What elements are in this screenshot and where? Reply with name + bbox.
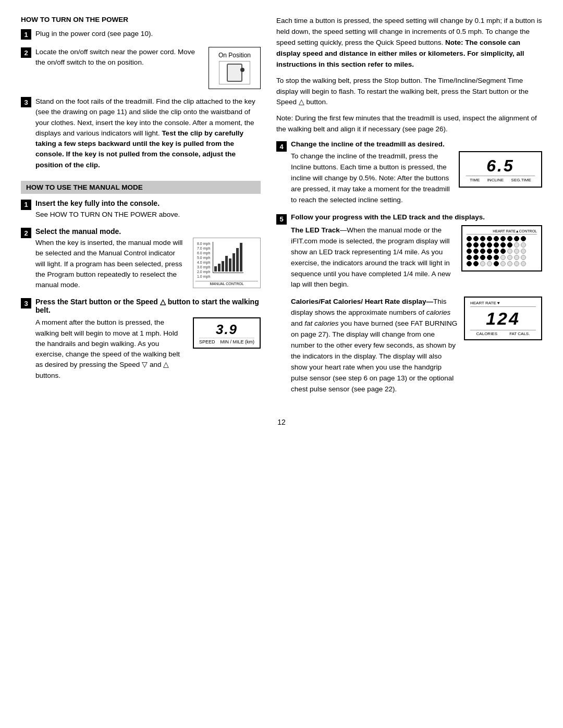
led-dot (480, 242, 485, 248)
manual-step3-content: Press the Start button or the Speed △ bu… (35, 298, 261, 381)
manual-step2-title: Select the manual mode. (35, 227, 261, 236)
right-para2: To stop the walking belt, press the Stop… (276, 76, 542, 108)
led-dot (514, 261, 519, 266)
led-dot (500, 261, 506, 266)
heart-rate-value: 124 (470, 309, 536, 329)
step3-content: Stand on the foot rails of the treadmill… (35, 96, 261, 170)
led-dot (487, 242, 492, 248)
step1-block: 1 Plug in the power cord (see page 10). (21, 29, 261, 40)
led-dot (494, 249, 499, 254)
led-dot (480, 261, 485, 266)
incline-label-time: TIME (470, 178, 480, 182)
speed-value: 3.9 (199, 322, 254, 338)
led-dot (521, 242, 526, 248)
led-track-display: HEART RATE▲CONTROL (461, 225, 542, 272)
led-dot (507, 255, 512, 260)
led-dot (467, 255, 472, 260)
step5-content: Follow your progress with the LED track … (291, 213, 542, 395)
step4-number: 4 (276, 141, 287, 152)
right-para1: Each time a button is pressed, the speed… (276, 16, 542, 70)
led-dot (473, 261, 479, 266)
and-text: and (291, 319, 303, 327)
led-dot (473, 242, 479, 248)
step1-text: Plug in the power cord (see page 10). (35, 29, 261, 39)
led-row-2 (467, 242, 537, 248)
led-header: HEART RATE▲CONTROL (467, 229, 537, 235)
step2-number: 2 (21, 47, 31, 58)
step2-block: 2 Locate the on/off switch near the powe… (21, 47, 261, 89)
led-dot (521, 261, 526, 266)
incline-display: 6.5 TIME INCLINE SEG.TIME (459, 151, 542, 188)
led-dot (514, 255, 519, 260)
led-dot (494, 242, 499, 248)
heart-rate-header-text: HEART RATE ♥ (470, 301, 500, 305)
led-dot (467, 242, 472, 248)
manual-step1-title: Insert the key fully into the console. (35, 199, 261, 207)
led-dot (473, 249, 479, 254)
led-dot (514, 249, 519, 254)
led-dot (487, 236, 492, 241)
led-row-5 (467, 261, 537, 266)
led-dot (507, 242, 512, 248)
step1-content: Plug in the power cord (see page 10). (35, 29, 261, 39)
step1-number: 1 (21, 29, 31, 40)
fat-cals-label: FAT CALS. (509, 331, 530, 336)
led-track-text: The LED Track—When the manual mode or th… (291, 225, 455, 291)
led-dot (473, 255, 479, 260)
step5-title: Follow your progress with the LED track … (291, 213, 542, 221)
led-dot (467, 261, 472, 266)
step2-text: Locate the on/off switch near the power … (35, 47, 202, 68)
manual-step2-text: When the key is inserted, the manual mod… (35, 238, 187, 290)
manual-step1-block: 1 Insert the key fully into the console.… (21, 199, 261, 220)
led-dot (480, 255, 485, 260)
led-row-1 (467, 236, 537, 241)
led-row-3 (467, 249, 537, 254)
step4-text: To change the incline of the treadmill, … (291, 151, 452, 206)
manual-control-label: MANUAL CONTROL (195, 281, 258, 286)
led-dot (521, 236, 526, 241)
led-dot (480, 236, 485, 241)
section1-header: HOW TO TURN ON THE POWER (21, 16, 261, 23)
speed-label-speed: SPEED (199, 339, 215, 344)
step2-content: Locate the on/off switch near the power … (35, 47, 261, 89)
page-number: 12 (21, 418, 542, 426)
led-dot (494, 261, 499, 266)
section2-header: HOW TO USE THE MANUAL MODE (21, 181, 261, 194)
led-dot (514, 236, 519, 241)
manual-step2-number: 2 (21, 228, 31, 238)
led-dot (473, 236, 479, 241)
manual-step1-text: See HOW TO TURN ON THE POWER above. (35, 209, 261, 220)
heart-rate-header: HEART RATE ♥ (470, 301, 536, 307)
manual-step3-number: 3 (21, 298, 31, 309)
led-dot (500, 236, 506, 241)
led-dot (507, 261, 512, 266)
calories-label: CALORIES (476, 331, 497, 336)
led-row-4 (467, 255, 537, 260)
right-column: Each time a button is pressed, the speed… (276, 16, 542, 402)
step4-content: Change the incline of the treadmill as d… (291, 140, 542, 206)
manual-step1-content: Insert the key fully into the console. S… (35, 199, 261, 220)
led-dot (487, 249, 492, 254)
left-column: HOW TO TURN ON THE POWER 1 Plug in the p… (21, 16, 261, 402)
step3-block: 3 Stand on the foot rails of the treadmi… (21, 96, 261, 170)
step4-block: 4 Change the incline of the treadmill as… (276, 140, 542, 206)
led-dot (494, 236, 499, 241)
calories-text: Calories/Fat Calories/ Heart Rate displa… (291, 297, 458, 394)
on-position-display: On Position (209, 47, 261, 89)
incline-label-incline: INCLINE (487, 178, 504, 182)
step3-number: 3 (21, 97, 31, 107)
led-dot (500, 255, 506, 260)
manual-step2-block: 2 Select the manual mode. When the key i… (21, 227, 261, 290)
heart-bottom-labels: CALORIES FAT CALS. (470, 330, 536, 336)
manual-step3-title: Press the Start button or the Speed △ bu… (35, 298, 261, 314)
led-dot (514, 242, 519, 248)
manual-step3-text: A moment after the button is pressed, th… (35, 317, 187, 381)
step5-block: 5 Follow your progress with the LED trac… (276, 213, 542, 395)
manual-step3-block: 3 Press the Start button or the Speed △ … (21, 298, 261, 381)
led-dot (487, 261, 492, 266)
led-dot (494, 255, 499, 260)
manual-step2-content: Select the manual mode. When the key is … (35, 227, 261, 290)
led-dot (480, 249, 485, 254)
speed-display: 3.9 SPEED MIN / MILE (km) (193, 317, 261, 349)
led-dot (467, 249, 472, 254)
